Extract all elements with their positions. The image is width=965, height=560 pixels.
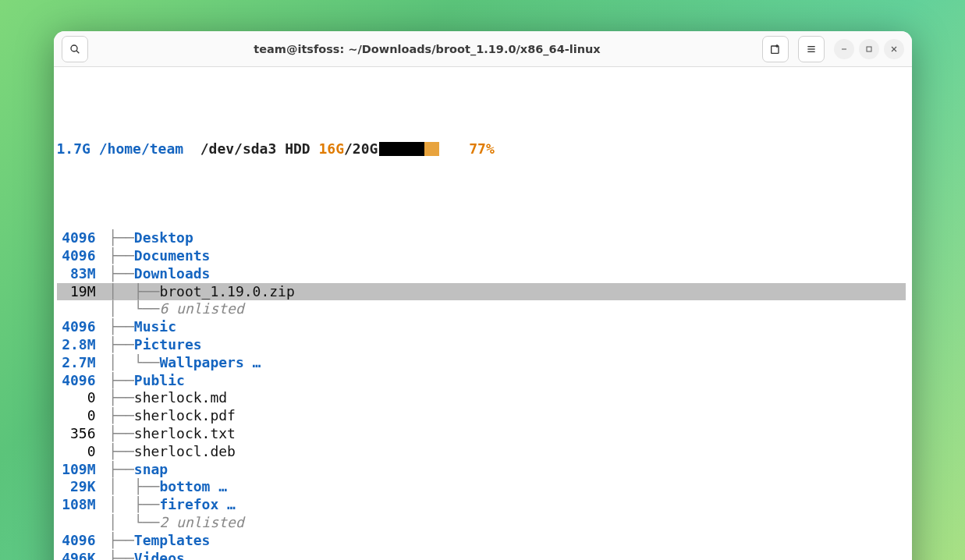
file-name: broot_1.19.0.zip [159, 283, 294, 301]
tree-branch: ├── [108, 336, 134, 354]
disk-percent: 77% [469, 140, 495, 158]
tree-row[interactable]: 0 ├──sherlock.md [57, 389, 906, 407]
maximize-icon [864, 44, 874, 54]
size-column: 0 [57, 407, 101, 425]
file-name: sherlock.md [134, 389, 227, 407]
size-column: 2.7M [57, 354, 101, 372]
size-column: 4096 [57, 372, 101, 390]
disk-total: 20G [353, 140, 378, 158]
tree-branch: ├── [108, 247, 134, 265]
size-column: 0 [57, 389, 101, 407]
tree-branch: │ ├── [108, 478, 159, 496]
tree-branch: ├── [108, 318, 134, 336]
root-size: 1.7G [57, 140, 90, 158]
directory-name: Public [134, 372, 185, 390]
size-column: 29K [57, 478, 101, 496]
directory-name: Music [134, 318, 176, 336]
close-button[interactable] [884, 39, 904, 59]
terminal-window: team@itsfoss: ~/Downloads/broot_1.19.0/x… [54, 31, 912, 560]
tree-branch: ├── [108, 425, 134, 443]
tree-branch: ├── [108, 550, 134, 560]
tree-branch: ├── [108, 461, 134, 479]
tree-row[interactable]: 496K ├──Videos [57, 550, 906, 560]
size-column: 109M [57, 461, 101, 479]
unlisted-count: 2 unlisted [159, 514, 243, 532]
directory-name: Downloads [134, 265, 211, 283]
tree-row[interactable]: 4096 ├──Templates [57, 532, 906, 550]
tree-branch: ├── [108, 229, 134, 247]
tree-row[interactable]: 109M ├──snap [57, 461, 906, 479]
size-column: 19M [57, 283, 101, 301]
tree-branch: ├── [108, 407, 134, 425]
size-column: 83M [57, 265, 101, 283]
tree-row[interactable]: 4096 ├──Desktop [57, 229, 906, 247]
minimize-icon [839, 44, 849, 54]
disk-usage-bar [379, 142, 457, 156]
svg-line-1 [76, 51, 79, 53]
directory-name: Documents [134, 247, 211, 265]
new-tab-icon [769, 43, 782, 55]
tree-row[interactable]: 108M │ ├──firefox … [57, 496, 906, 514]
file-name: sherlock.txt [134, 425, 236, 443]
tree-row[interactable]: 29K │ ├──bottom … [57, 478, 906, 496]
search-icon [69, 43, 81, 55]
tree-branch: ├── [108, 389, 134, 407]
tree-row[interactable]: 356 ├──sherlock.txt [57, 425, 906, 443]
size-column: 4096 [57, 532, 101, 550]
tree-row[interactable]: 4096 ├──Public [57, 372, 906, 390]
tree-branch: │ ├── [108, 496, 159, 514]
menu-button[interactable] [798, 36, 825, 62]
tree-branch: │ └── [108, 514, 159, 532]
svg-rect-9 [867, 47, 871, 51]
tree-branch: │ ├── [108, 283, 159, 301]
size-column: 2.8M [57, 336, 101, 354]
tree-row[interactable]: │ └──6 unlisted [57, 300, 906, 318]
tree-branch: ├── [108, 265, 134, 283]
size-column: 496K [57, 550, 101, 560]
directory-name: snap [134, 461, 168, 479]
root-path: /home/team [99, 140, 183, 158]
tree-row[interactable]: 2.8M ├──Pictures [57, 336, 906, 354]
maximize-button[interactable] [859, 39, 879, 59]
unlisted-count: 6 unlisted [159, 300, 243, 318]
titlebar: team@itsfoss: ~/Downloads/broot_1.19.0/x… [54, 31, 912, 67]
tree-row[interactable]: 2.7M │ └──Wallpapers … [57, 354, 906, 372]
size-column: 356 [57, 425, 101, 443]
directory-name: Pictures [134, 336, 202, 354]
hamburger-icon [805, 43, 818, 55]
tree-branch: │ └── [108, 300, 159, 318]
search-button[interactable] [62, 36, 88, 62]
directory-name: Desktop [134, 229, 193, 247]
tree-branch: ├── [108, 372, 134, 390]
disk-used: 16G [319, 140, 345, 158]
file-tree: 4096 ├──Desktop4096 ├──Documents83M ├──D… [57, 229, 906, 560]
tree-branch: ├── [108, 532, 134, 550]
directory-name: Videos [134, 550, 185, 560]
device: /dev/sda3 HDD [200, 140, 310, 158]
directory-name: Wallpapers … [159, 354, 261, 372]
tree-row[interactable]: 0 ├──sherlocl.deb [57, 443, 906, 461]
directory-name: firefox … [159, 496, 236, 514]
file-name: sherlocl.deb [134, 443, 236, 461]
svg-point-0 [71, 45, 77, 51]
tree-row[interactable]: 4096 ├──Music [57, 318, 906, 336]
minimize-button[interactable] [834, 39, 854, 59]
window-title: team@itsfoss: ~/Downloads/broot_1.19.0/x… [93, 43, 762, 55]
close-icon [889, 44, 899, 54]
disk-header: 1.7G /home/team /dev/sda3 HDD 16G/20G 77… [57, 140, 906, 158]
file-name: sherlock.pdf [134, 407, 236, 425]
size-column: 0 [57, 443, 101, 461]
tree-row[interactable]: 4096 ├──Documents [57, 247, 906, 265]
size-column: 108M [57, 496, 101, 514]
directory-name: bottom … [159, 478, 227, 496]
tree-row[interactable]: 0 ├──sherlock.pdf [57, 407, 906, 425]
directory-name: Templates [134, 532, 211, 550]
size-column: 4096 [57, 318, 101, 336]
tree-row-selected[interactable]: 19M │ ├──broot_1.19.0.zip [57, 283, 906, 301]
size-column: 4096 [57, 247, 101, 265]
tree-row[interactable]: │ └──2 unlisted [57, 514, 906, 532]
terminal-body[interactable]: 1.7G /home/team /dev/sda3 HDD 16G/20G 77… [54, 67, 912, 560]
new-tab-button[interactable] [762, 36, 789, 62]
tree-row[interactable]: 83M ├──Downloads [57, 265, 906, 283]
tree-branch: │ └── [108, 354, 159, 372]
